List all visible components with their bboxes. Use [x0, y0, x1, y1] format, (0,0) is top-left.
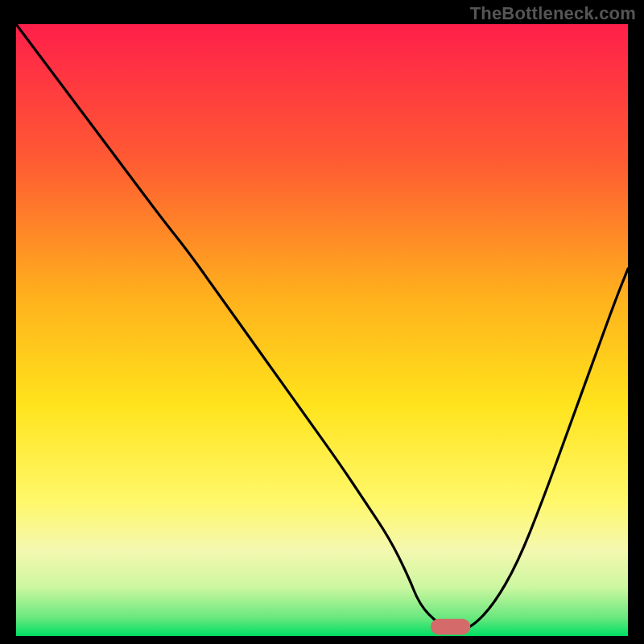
watermark-text: TheBottleneck.com	[470, 3, 636, 24]
min-marker-layer	[16, 24, 628, 636]
min-marker	[431, 619, 470, 635]
plot-area	[16, 24, 628, 636]
chart-stage: TheBottleneck.com	[0, 0, 644, 644]
